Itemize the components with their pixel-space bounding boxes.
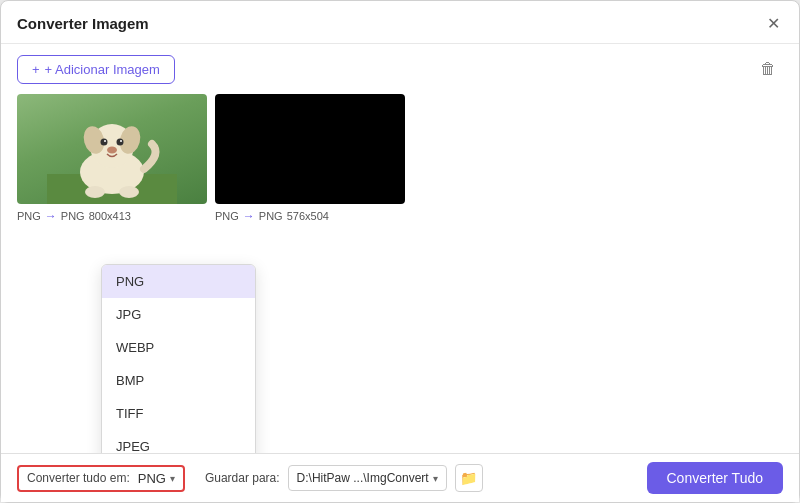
- save-section: Guardar para: D:\HitPaw ...\ImgConvert ▾…: [205, 464, 483, 492]
- thumbnail-card-2: PNG → PNG 576x504: [215, 94, 405, 223]
- convert-to-section: Converter tudo em: PNG ▾: [17, 465, 185, 492]
- from-format-1: PNG: [17, 210, 41, 222]
- to-format-2: PNG: [259, 210, 283, 222]
- folder-button[interactable]: 📁: [455, 464, 483, 492]
- thumb-info-1: PNG → PNG 800x413: [17, 209, 131, 223]
- format-option-jpg[interactable]: JPG: [102, 298, 255, 331]
- thumbnail-card: PNG → PNG 800x413: [17, 94, 207, 223]
- delete-button[interactable]: 🗑: [753, 54, 783, 84]
- to-format-1: PNG: [61, 210, 85, 222]
- trash-icon: 🗑: [760, 60, 776, 78]
- window-title: Converter Imagem: [17, 15, 149, 32]
- dog-thumbnail[interactable]: [17, 94, 207, 204]
- add-image-label: + Adicionar Imagem: [45, 62, 160, 77]
- chevron-down-icon: ▾: [170, 473, 175, 484]
- arrow-icon-2: →: [243, 209, 255, 223]
- selected-format-value: PNG: [138, 471, 166, 486]
- dimensions-2: 576x504: [287, 210, 329, 222]
- format-dropdown: PNG JPG WEBP BMP TIFF JPEG: [101, 264, 256, 453]
- bottom-bar: Converter tudo em: PNG ▾ Guardar para: D…: [1, 453, 799, 502]
- svg-point-6: [117, 139, 124, 146]
- format-select[interactable]: PNG ▾: [138, 471, 175, 486]
- from-format-2: PNG: [215, 210, 239, 222]
- dimensions-1: 800x413: [89, 210, 131, 222]
- add-image-button[interactable]: + + Adicionar Imagem: [17, 55, 175, 84]
- save-path-select[interactable]: D:\HitPaw ...\ImgConvert ▾: [288, 465, 447, 491]
- title-bar: Converter Imagem ✕: [1, 1, 799, 44]
- format-option-png[interactable]: PNG: [102, 265, 255, 298]
- svg-point-7: [104, 140, 106, 142]
- save-path-text: D:\HitPaw ...\ImgConvert: [297, 471, 429, 485]
- format-option-bmp[interactable]: BMP: [102, 364, 255, 397]
- thumb-info-2: PNG → PNG 576x504: [215, 209, 329, 223]
- svg-point-5: [101, 139, 108, 146]
- arrow-icon-1: →: [45, 209, 57, 223]
- main-window: Converter Imagem ✕ + + Adicionar Imagem …: [0, 0, 800, 503]
- format-option-webp[interactable]: WEBP: [102, 331, 255, 364]
- svg-point-9: [107, 147, 117, 154]
- svg-point-11: [119, 186, 139, 198]
- svg-point-8: [120, 140, 122, 142]
- convert-to-label: Converter tudo em:: [27, 471, 130, 485]
- close-button[interactable]: ✕: [763, 13, 783, 33]
- format-option-tiff[interactable]: TIFF: [102, 397, 255, 430]
- save-chevron-icon: ▾: [433, 473, 438, 484]
- content-area: PNG → PNG 800x413 PNG → PNG 576x504 PNG: [1, 94, 799, 453]
- dog-image: [47, 104, 177, 204]
- folder-icon: 📁: [460, 470, 477, 486]
- thumbnails-row: PNG → PNG 800x413 PNG → PNG 576x504: [17, 94, 783, 223]
- plus-icon: +: [32, 62, 40, 77]
- svg-point-10: [85, 186, 105, 198]
- black-thumbnail[interactable]: [215, 94, 405, 204]
- toolbar: + + Adicionar Imagem 🗑: [1, 44, 799, 94]
- convert-all-button[interactable]: Converter Tudo: [647, 462, 784, 494]
- format-option-jpeg[interactable]: JPEG: [102, 430, 255, 453]
- save-label: Guardar para:: [205, 471, 280, 485]
